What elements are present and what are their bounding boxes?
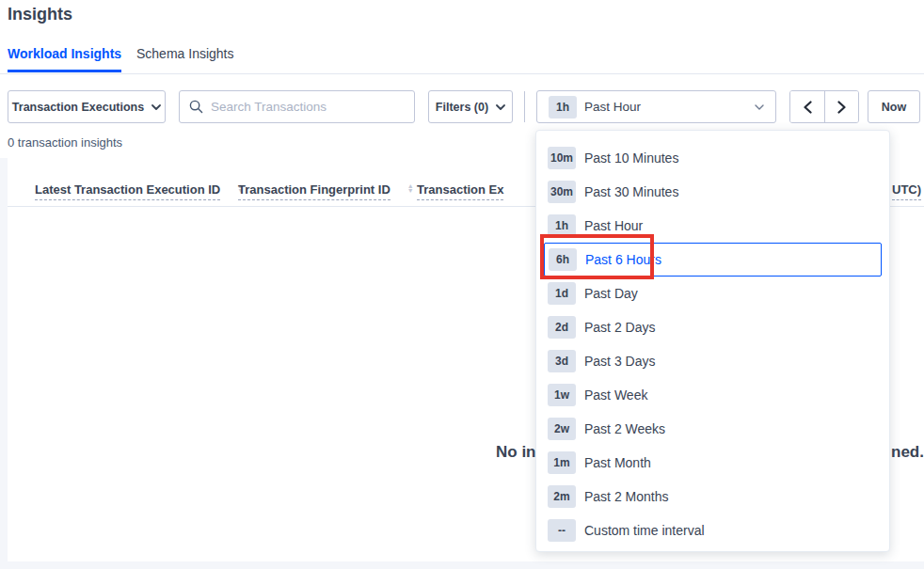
time-range-option-badge: 3d [548,350,576,372]
search-box [179,90,415,123]
chevron-down-icon [151,104,161,110]
insights-page: Insights Workload Insights Schema Insigh… [0,0,924,569]
time-range-option-label: Past 30 Minutes [584,184,678,199]
time-range-dropdown: 10m Past 10 Minutes 30m Past 30 Minutes … [535,130,890,552]
time-range-option-badge: 30m [548,181,576,203]
search-icon [189,100,203,114]
time-range-option[interactable]: 30m Past 30 Minutes [544,175,882,209]
time-range-option[interactable]: 1w Past Week [544,378,882,412]
empty-state-text-left: No in [496,443,536,462]
time-range-select[interactable]: 1h Past Hour [536,90,776,123]
filters-button[interactable]: Filters (0) [428,90,513,123]
chevron-left-icon [804,101,812,114]
time-range-option-list: 10m Past 10 Minutes 30m Past 30 Minutes … [536,141,889,547]
time-range-option-label: Custom time interval [584,523,705,538]
chevron-down-icon [755,104,764,110]
page-background-strip-bottom [0,561,924,569]
time-range-option-label: Past 2 Days [584,320,655,335]
next-interval-button[interactable] [824,91,858,122]
time-range-option-label: Past 3 Days [584,354,655,369]
prev-interval-button[interactable] [790,91,824,122]
column-header-utc-fragment[interactable]: UTC) [892,182,921,200]
time-range-option[interactable]: 1d Past Day [544,277,882,310]
search-input[interactable] [211,100,405,114]
time-range-selected-label: Past Hour [584,100,641,114]
filters-label: Filters (0) [436,101,488,114]
tab-workload-insights[interactable]: Workload Insights [8,46,121,72]
time-range-option-badge: 2d [548,316,576,339]
column-header-latest-transaction-execution-id[interactable]: Latest Transaction Execution ID ▲▼ [35,182,244,200]
time-range-option[interactable]: -- Custom time interval [544,514,882,547]
time-range-option-badge: 2m [548,485,576,508]
time-range-option-label: Past Month [584,455,651,470]
now-button[interactable]: Now [868,90,920,123]
time-range-option-badge: 2w [548,418,576,440]
time-range-option-label: Past 2 Months [584,489,669,504]
time-nav-group [789,90,859,123]
page-background-strip-left [0,158,8,569]
insights-count: 0 transaction insights [8,135,122,150]
time-range-option[interactable]: 10m Past 10 Minutes [544,141,882,175]
time-range-option-label: Past Week [584,387,647,403]
chevron-right-icon [837,101,846,114]
time-range-option[interactable]: 2m Past 2 Months [544,480,882,514]
time-range-option-label: Past Hour [584,218,643,233]
time-range-option-badge: 1m [548,451,576,474]
time-range-option-label: Past Day [584,286,638,301]
time-range-option-badge: 10m [548,147,576,169]
column-header-transaction-fingerprint-id[interactable]: Transaction Fingerprint ID ▲▼ [238,182,414,200]
time-range-option[interactable]: 1m Past Month [544,446,882,480]
toolbar-divider [524,91,525,122]
chevron-down-icon [496,104,505,110]
execution-type-select[interactable]: Transaction Executions [8,90,166,123]
time-range-option-label: Past 2 Weeks [584,421,665,436]
empty-state-text-right: ned. [891,443,924,462]
time-range-option[interactable]: 2d Past 2 Days [544,310,882,344]
time-range-option-badge: 1d [548,282,576,305]
time-range-option[interactable]: 2w Past 2 Weeks [544,412,882,446]
column-header-transaction-execution[interactable]: Transaction Ex [417,182,503,200]
time-range-option[interactable]: 3d Past 3 Days [544,344,882,378]
time-range-option-label: Past 10 Minutes [584,150,678,166]
time-range-option-badge: 1w [548,384,576,406]
time-range-option-badge: -- [548,519,576,542]
tab-schema-insights[interactable]: Schema Insights [136,46,234,70]
page-title: Insights [8,5,72,24]
annotation-box [540,234,654,279]
tab-bar: Workload Insights Schema Insights [0,38,924,74]
execution-type-label: Transaction Executions [12,101,144,114]
sort-icon[interactable]: ▲▼ [407,182,414,193]
time-range-badge: 1h [549,96,577,119]
